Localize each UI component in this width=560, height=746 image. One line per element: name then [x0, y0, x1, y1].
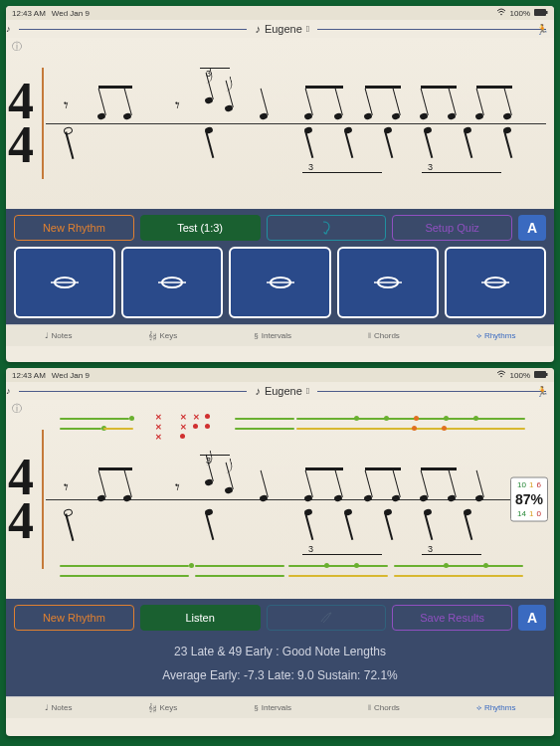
staff-area-results: 4 4 ✕ ✕ ✕ ✕ ✕ ✕ — [6, 400, 554, 599]
status-bar: 12:43 AM Wed Jan 9 100% — [6, 368, 554, 382]
test-button[interactable]: Test (1:3) — [140, 215, 261, 241]
score-badge: 10 1 6 87% 14 1 0 — [510, 477, 548, 522]
status-time: 12:43 AM — [12, 371, 46, 380]
ear-button-disabled — [267, 605, 387, 631]
barline — [42, 68, 44, 179]
app-title: Eugene — [261, 23, 306, 35]
score-percent: 87% — [515, 490, 543, 508]
listen-button[interactable]: Listen — [140, 605, 261, 631]
letter-button[interactable]: A — [518, 605, 546, 631]
letter-button[interactable]: A — [518, 215, 546, 241]
svg-rect-2 — [546, 11, 548, 14]
setup-quiz-button[interactable]: Setup Quiz — [392, 215, 512, 241]
tab-rhythms[interactable]: ⟡Rhythms — [476, 331, 516, 341]
info-icon[interactable]: ⓘ — [12, 402, 22, 416]
tap-pad-3[interactable] — [229, 247, 330, 318]
button-row: New Rhythm Test (1:3) Setup Quiz A — [14, 215, 546, 241]
panel-results: 12:43 AM Wed Jan 9 100% ♪ ♪ Eugene 𓀟 🏃 ⓘ… — [6, 368, 554, 736]
tap-pad-4[interactable] — [337, 247, 439, 318]
control-strip: New Rhythm Listen Save Results A 23 Late… — [6, 599, 554, 696]
results-summary: 23 Late & 49 Early : Good Note Lengths A… — [14, 637, 546, 690]
svg-rect-15 — [546, 373, 548, 376]
tap-pad-2[interactable] — [121, 247, 223, 318]
battery-icon — [534, 9, 548, 18]
tab-bar: ♩Notes 𝄞♯Keys §Intervals ⦀Chords ⟡Rhythm… — [6, 696, 554, 718]
new-rhythm-button[interactable]: New Rhythm — [14, 215, 134, 241]
svg-rect-1 — [534, 9, 546, 16]
button-row: New Rhythm Listen Save Results A — [14, 605, 546, 631]
runner-icon[interactable]: 🏃 — [536, 24, 548, 35]
metronome-icon: ♪ — [6, 24, 11, 34]
tab-keys[interactable]: 𝄞♯Keys — [148, 331, 177, 341]
notes-layer: 𝄾 𝄾 3 3 3 — [46, 38, 546, 209]
new-rhythm-button[interactable]: New Rhythm — [14, 605, 134, 631]
feedback-lower — [46, 559, 546, 595]
tab-notes[interactable]: ♩Notes — [45, 703, 73, 712]
status-date: Wed Jan 9 — [52, 9, 90, 18]
status-date: Wed Jan 9 — [52, 371, 90, 380]
tap-pad-1[interactable] — [14, 247, 115, 318]
results-line2: Average Early: -7.3 Late: 9.0 Sustain: 7… — [14, 668, 546, 682]
ear-button[interactable] — [267, 215, 387, 241]
title-bar: ♪ ♪ Eugene 𓀟 🏃 — [6, 20, 554, 38]
feather-icon — [318, 610, 334, 626]
time-signature: 4 4 — [8, 456, 34, 543]
control-strip: New Rhythm Test (1:3) Setup Quiz A — [6, 209, 554, 324]
tab-bar: ♩Notes 𝄞♯Keys §Intervals ⦀Chords ⟡Rhythm… — [6, 324, 554, 346]
barline — [42, 430, 44, 569]
status-time: 12:43 AM — [12, 9, 46, 18]
tab-chords[interactable]: ⦀Chords — [368, 331, 400, 341]
svg-point-0 — [500, 14, 502, 16]
app-title: Eugene — [261, 385, 306, 397]
title-bar: ♪ ♪ Eugene 𓀟 🏃 — [6, 382, 554, 400]
battery-percent: 100% — [510, 9, 530, 18]
tap-pad-5[interactable] — [445, 247, 546, 318]
tab-keys[interactable]: 𝄞♯Keys — [148, 703, 177, 713]
status-bar: 12:43 AM Wed Jan 9 100% — [6, 6, 554, 20]
runner-icon[interactable]: 🏃 — [536, 386, 548, 397]
battery-icon — [534, 371, 548, 380]
tap-pad-row — [14, 247, 546, 318]
figure-icon: 𓀟 — [306, 386, 309, 396]
tab-intervals[interactable]: §Intervals — [254, 331, 291, 340]
time-signature: 4 4 — [8, 80, 34, 167]
panel-practice: 12:43 AM Wed Jan 9 100% ♪ ♪ Eugene 𓀟 🏃 ⓘ… — [6, 6, 554, 362]
results-line1: 23 Late & 49 Early : Good Note Lengths — [14, 645, 546, 658]
tab-intervals[interactable]: §Intervals — [254, 703, 291, 712]
staff-area: 4 4 𝄾 𝄾 3 — [6, 38, 554, 209]
ear-icon — [318, 220, 334, 236]
wifi-icon — [496, 8, 506, 18]
svg-point-13 — [500, 376, 502, 378]
wifi-icon — [496, 370, 506, 380]
tab-chords[interactable]: ⦀Chords — [368, 703, 400, 713]
tab-rhythms[interactable]: ⟡Rhythms — [476, 703, 516, 713]
tab-notes[interactable]: ♩Notes — [45, 331, 73, 340]
battery-percent: 100% — [510, 371, 530, 380]
save-results-button[interactable]: Save Results — [392, 605, 512, 631]
metronome-icon: ♪ — [6, 386, 11, 396]
figure-icon: 𓀟 — [306, 24, 309, 34]
svg-rect-14 — [534, 371, 546, 378]
info-icon[interactable]: ⓘ — [12, 40, 22, 54]
